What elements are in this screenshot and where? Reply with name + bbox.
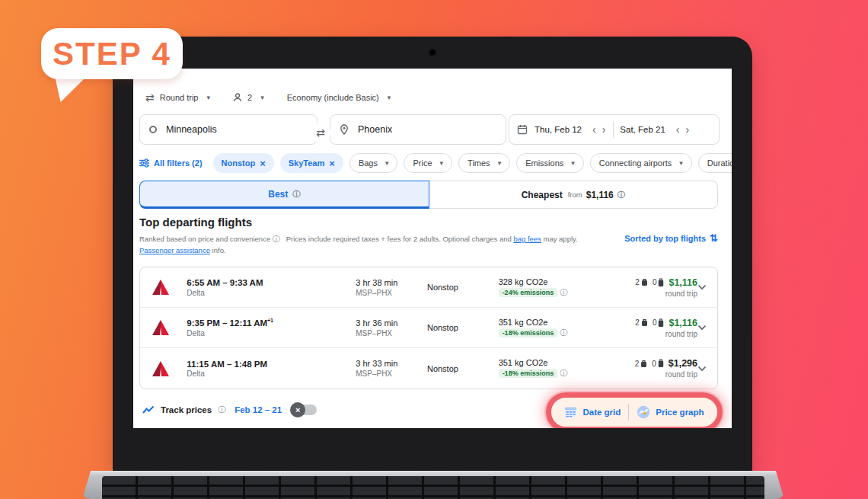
person-icon [233, 93, 242, 102]
info-icon[interactable]: ⓘ [560, 288, 567, 296]
return-next-button[interactable]: › [683, 124, 693, 135]
flight-stops: Nonstop [427, 364, 499, 373]
price-graph-icon [637, 405, 650, 419]
checked-bag-count: 0 [653, 278, 657, 286]
flight-row[interactable]: 11:15 AM – 1:48 PM Delta 3 hr 33 min MSP… [140, 348, 717, 389]
chevron-down-icon: ▾ [679, 159, 683, 167]
sort-arrows-icon: ⇅ [710, 232, 718, 244]
info-icon[interactable]: ⓘ [617, 190, 625, 200]
chip-label: Times [468, 158, 490, 168]
results-subnote: Ranked based on price and convenience ⓘ … [139, 233, 611, 256]
depart-prev-button[interactable]: ‹ [589, 124, 599, 135]
checked-bag-icon [658, 278, 664, 287]
emissions-badge: -24% emissions [499, 288, 558, 297]
chevron-down-icon: ▾ [207, 94, 211, 101]
filter-chip-bags[interactable]: Bags ▾ [349, 153, 398, 173]
price-note-suffix: may apply. [543, 235, 577, 243]
carry-on-bag-icon [640, 360, 647, 368]
chevron-down-icon: ▾ [388, 94, 391, 101]
expand-flight-button[interactable] [697, 283, 707, 292]
toggle-knob-off: × [290, 402, 305, 417]
close-icon[interactable]: × [329, 158, 335, 169]
flight-duration: 3 hr 33 min [356, 359, 427, 368]
info-icon[interactable]: ⓘ [292, 189, 300, 200]
chip-label: Connecting airports [599, 158, 672, 168]
co2-amount: 328 kg CO2e [499, 277, 600, 286]
trip-type-dropdown[interactable]: ⇄ Round trip ▾ [145, 91, 210, 104]
tab-cheapest[interactable]: Cheapest from $1,116 ⓘ [429, 181, 719, 209]
track-date-range[interactable]: Feb 12 – 21 [235, 405, 282, 414]
flight-times: 6:55 AM – 9:33 AM [187, 277, 356, 287]
co2-amount: 351 kg CO2e [499, 318, 600, 327]
delta-logo [151, 279, 171, 296]
destination-input[interactable]: Phoenix [330, 114, 506, 145]
filters-bar: All filters (2) Nonstop × SkyTeam × Bags… [139, 153, 732, 173]
chevron-down-icon [697, 284, 707, 290]
origin-value: Minneapolis [166, 124, 217, 135]
date-divider [613, 121, 614, 138]
filter-chip-connecting-airports[interactable]: Connecting airports ▾ [590, 153, 692, 173]
flight-row[interactable]: 6:55 AM – 9:33 AM Delta 3 hr 38 min MSP–… [140, 267, 717, 308]
info-icon[interactable]: ⓘ [273, 235, 280, 243]
flight-price: $1,116 [669, 318, 697, 328]
passengers-dropdown[interactable]: 2 ▾ [233, 93, 264, 102]
chip-label: Duration [707, 158, 732, 168]
carry-on-count: 2 [635, 278, 640, 286]
tab-cheapest-label: Cheapest [522, 190, 563, 200]
trending-chart-icon [142, 405, 155, 414]
all-filters-button[interactable]: All filters (2) [139, 158, 203, 168]
highlight-annotation: Date grid Price graph [546, 392, 723, 428]
button-divider [628, 404, 629, 421]
chevron-down-icon [697, 366, 707, 372]
price-graph-button[interactable]: Price graph [637, 405, 704, 419]
flight-results-list: 6:55 AM – 9:33 AM Delta 3 hr 38 min MSP–… [139, 267, 718, 389]
origin-input[interactable]: Minneapolis [139, 114, 318, 145]
checked-bag-icon [658, 318, 664, 328]
flight-route: MSP–PHX [356, 369, 427, 378]
filter-chip-duration[interactable]: Duration ▾ [698, 153, 732, 173]
filter-chip-skyteam[interactable]: SkyTeam × [280, 153, 343, 173]
filter-chip-price[interactable]: Price ▾ [404, 153, 452, 173]
carry-on-bag-icon [641, 318, 648, 327]
flight-route: MSP–PHX [356, 329, 427, 337]
date-grid-label: Date grid [582, 408, 621, 417]
info-icon[interactable]: ⓘ [560, 369, 567, 377]
assistance-suffix: info. [212, 246, 226, 254]
chevron-down-icon: ▾ [571, 159, 575, 167]
chevron-down-icon: ▾ [498, 159, 502, 167]
filter-chip-emissions[interactable]: Emissions ▾ [516, 153, 584, 173]
close-icon[interactable]: × [260, 158, 266, 169]
depart-date-value: Thu, Feb 12 [535, 125, 582, 134]
sort-button[interactable]: Sorted by top flights ⇅ [624, 232, 718, 244]
flight-price: $1,116 [669, 277, 697, 288]
carry-on-count: 2 [635, 318, 640, 327]
info-icon[interactable]: ⓘ [218, 405, 225, 415]
date-grid-button[interactable]: Date grid [564, 406, 621, 418]
bag-fees-link[interactable]: bag fees [513, 235, 541, 243]
track-prices-toggle[interactable]: × [292, 405, 317, 415]
filter-chip-times[interactable]: Times ▾ [458, 153, 510, 173]
passenger-assistance-link[interactable]: Passenger assistance [139, 246, 210, 254]
trip-type-note: round trip [600, 330, 697, 338]
expand-flight-button[interactable] [697, 323, 707, 332]
step-badge-label: STEP 4 [53, 36, 171, 72]
filter-chip-nonstop[interactable]: Nonstop × [213, 153, 274, 173]
swap-route-button[interactable]: ⇄ [311, 123, 330, 142]
cabin-class-value: Economy (include Basic) [287, 93, 379, 102]
info-icon[interactable]: ⓘ [560, 328, 567, 337]
cabin-class-dropdown[interactable]: Economy (include Basic) ▾ [287, 93, 391, 102]
tab-best[interactable]: Best ⓘ [139, 181, 429, 209]
date-range-picker[interactable]: Thu, Feb 12 ‹ › Sat, Feb 21 ‹ › [509, 114, 720, 145]
depart-next-button[interactable]: › [599, 124, 609, 135]
flight-price: $1,296 [669, 358, 697, 369]
return-prev-button[interactable]: ‹ [673, 124, 683, 135]
webcam-dot [429, 49, 436, 56]
expand-flight-button[interactable] [697, 364, 707, 373]
flight-row[interactable]: 9:35 PM – 12:11 AM+1 Delta 3 hr 36 min M… [140, 308, 717, 348]
calendar-icon [517, 124, 528, 135]
trip-type-value: Round trip [160, 93, 199, 102]
swap-icon: ⇄ [316, 126, 325, 139]
track-prices-bar: Track prices ⓘ Feb 12 – 21 × [142, 405, 317, 415]
destination-value: Phoenix [358, 124, 392, 135]
emissions-badge: -18% emissions [499, 328, 558, 337]
